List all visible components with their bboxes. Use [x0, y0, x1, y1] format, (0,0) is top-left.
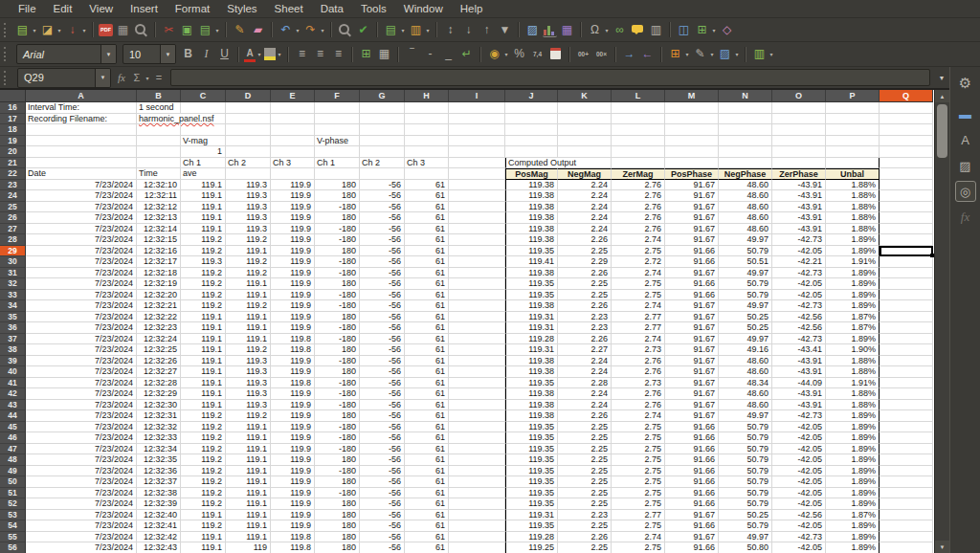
cell-K56[interactable]: 2.25 — [558, 542, 612, 553]
cell-K20[interactable] — [558, 146, 612, 158]
cell-L31[interactable]: 2.74 — [612, 268, 665, 279]
cell-P17[interactable] — [826, 114, 880, 125]
navigator-deck-icon[interactable]: ◎ — [955, 181, 976, 202]
column-header-P[interactable]: P — [826, 90, 880, 102]
cell-I36[interactable] — [449, 322, 505, 334]
cell-L53[interactable]: 2.77 — [612, 510, 665, 521]
insert-chart-button[interactable] — [543, 22, 557, 37]
cell-J54[interactable]: 119.35 — [505, 520, 558, 532]
cell-O56[interactable]: -42.05 — [772, 542, 826, 553]
column-header-M[interactable]: M — [665, 90, 719, 102]
cell-B39[interactable]: 12:32:26 — [137, 356, 181, 367]
cell-F40[interactable]: 180 — [315, 366, 360, 378]
cell-F32[interactable]: 180 — [315, 278, 360, 290]
cell-A45[interactable]: 7/23/2024 — [26, 422, 137, 433]
cell-P44[interactable]: 1.89% — [826, 410, 880, 422]
cell-A30[interactable]: 7/23/2024 — [26, 256, 137, 268]
merge-cells-button[interactable]: ▦ — [376, 46, 392, 62]
column-header-J[interactable]: J — [505, 90, 558, 102]
cell-A54[interactable]: 7/23/2024 — [26, 520, 137, 532]
cell-J40[interactable]: 119.38 — [505, 366, 558, 378]
cell-E20[interactable] — [271, 146, 315, 158]
cell-E50[interactable]: 119.9 — [271, 476, 315, 488]
border-style-button[interactable]: ✎ — [692, 46, 708, 62]
column-header-F[interactable]: F — [315, 90, 360, 102]
column-header-Q[interactable]: Q — [880, 90, 933, 102]
cell-F38[interactable]: 180 — [315, 344, 360, 356]
row-header-49[interactable]: 49 — [0, 466, 26, 477]
redo-button[interactable]: ↷ — [302, 22, 319, 38]
cell-I48[interactable] — [449, 454, 505, 466]
cell-A16[interactable]: Interval Time: — [26, 102, 137, 114]
cell-I35[interactable] — [449, 312, 505, 323]
cell-K51[interactable]: 2.25 — [558, 488, 612, 499]
cell-O26[interactable]: -43.91 — [772, 212, 826, 224]
cell-E48[interactable]: 119.9 — [271, 454, 315, 466]
cell-Q20[interactable] — [880, 146, 933, 158]
delete-decimal-place-button[interactable]: 00× — [593, 46, 610, 62]
cell-F28[interactable]: -180 — [315, 234, 360, 246]
cell-N36[interactable]: 50.25 — [719, 322, 772, 334]
cell-E38[interactable]: 119.8 — [271, 344, 315, 356]
cell-P36[interactable]: 1.87% — [826, 322, 880, 334]
undo-dropdown-arrow[interactable]: ▾ — [294, 27, 301, 33]
cell-A33[interactable]: 7/23/2024 — [26, 290, 137, 301]
cell-O41[interactable]: -44.09 — [772, 378, 826, 389]
menu-format[interactable]: Format — [167, 3, 218, 14]
cell-I47[interactable] — [449, 444, 505, 455]
cell-L42[interactable]: 2.76 — [612, 388, 665, 400]
cell-M46[interactable]: 91.66 — [665, 432, 719, 444]
cell-B50[interactable]: 12:32:37 — [137, 476, 181, 488]
cell-B54[interactable]: 12:32:41 — [137, 520, 181, 532]
cell-J19[interactable] — [505, 136, 558, 147]
cell-F23[interactable]: 180 — [315, 180, 360, 191]
cell-K33[interactable]: 2.25 — [558, 290, 612, 301]
cell-K42[interactable]: 2.24 — [558, 388, 612, 400]
cell-D31[interactable]: 119.2 — [226, 268, 271, 279]
cell-D55[interactable]: 119.1 — [226, 532, 271, 543]
conditional-formatting-button[interactable]: ▥ — [751, 46, 768, 62]
cell-G21[interactable]: Ch 2 — [360, 158, 405, 169]
cell-O53[interactable]: -42.56 — [772, 510, 826, 521]
cell-Q45[interactable] — [880, 422, 933, 433]
font-color-button[interactable]: A — [244, 47, 256, 62]
cell-L55[interactable]: 2.74 — [612, 532, 665, 543]
cell-Q37[interactable] — [880, 334, 933, 345]
cell-G34[interactable]: -56 — [360, 300, 405, 312]
add-decimal-place-button[interactable]: 00+ — [575, 46, 591, 62]
cell-P41[interactable]: 1.91% — [826, 378, 880, 389]
cell-O17[interactable] — [772, 114, 826, 125]
cell-O36[interactable]: -42.56 — [772, 322, 826, 334]
save-dropdown-arrow[interactable]: ▾ — [80, 27, 88, 33]
cell-J42[interactable]: 119.38 — [505, 388, 558, 400]
cell-M28[interactable]: 91.67 — [665, 234, 719, 246]
cell-M25[interactable]: 91.67 — [665, 202, 719, 213]
cell-E33[interactable]: 119.9 — [271, 290, 315, 301]
cell-I21[interactable] — [449, 158, 505, 169]
cell-K53[interactable]: 2.23 — [558, 510, 612, 521]
cell-H22[interactable] — [405, 168, 449, 180]
cell-C33[interactable]: 119.2 — [181, 290, 226, 301]
cell-Q43[interactable] — [880, 400, 933, 411]
column-header-N[interactable]: N — [719, 90, 772, 102]
cell-C29[interactable]: 119.2 — [181, 246, 226, 257]
properties-deck-icon[interactable]: ▬ — [955, 103, 976, 124]
italic-button[interactable]: I — [198, 46, 214, 62]
cell-C18[interactable] — [181, 124, 226, 136]
save-button[interactable]: ↓ — [64, 22, 80, 38]
cell-M47[interactable]: 91.66 — [665, 444, 719, 455]
scroll-up-button[interactable]: ▲ — [935, 90, 949, 102]
cell-I46[interactable] — [449, 432, 505, 444]
borders-dropdown-arrow[interactable]: ▾ — [683, 51, 691, 57]
row-header-21[interactable]: 21 — [0, 158, 26, 169]
cell-A47[interactable]: 7/23/2024 — [26, 444, 137, 455]
highlighting-color-dropdown-arrow[interactable]: ▾ — [276, 51, 283, 57]
cell-Q46[interactable] — [880, 432, 933, 444]
cell-H53[interactable]: 61 — [405, 510, 449, 521]
cell-F18[interactable] — [315, 124, 360, 136]
cell-I37[interactable] — [449, 334, 505, 345]
cell-Q31[interactable] — [880, 268, 933, 279]
cell-C45[interactable]: 119.2 — [181, 422, 226, 433]
row-header-53[interactable]: 53 — [0, 510, 26, 521]
row-header-54[interactable]: 54 — [0, 520, 26, 532]
